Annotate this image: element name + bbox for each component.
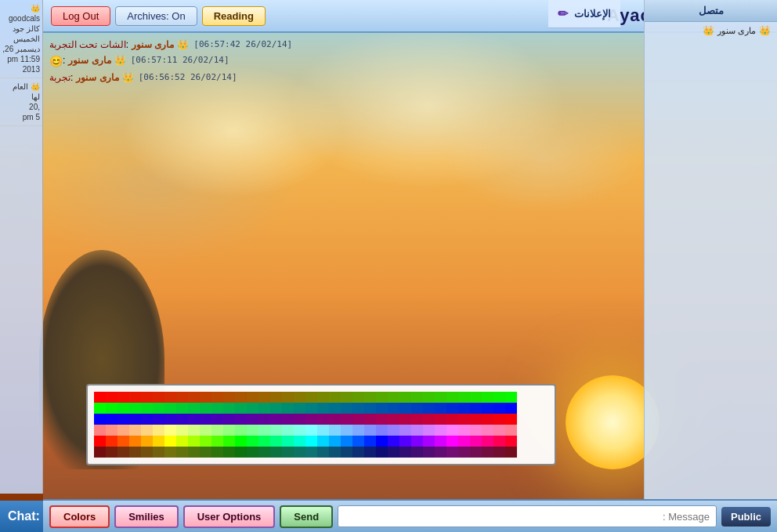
color-cell[interactable] — [94, 447, 106, 458]
color-cell[interactable] — [341, 392, 352, 403]
color-cell[interactable] — [352, 425, 364, 436]
color-cell[interactable] — [329, 403, 341, 414]
color-cell[interactable] — [294, 436, 305, 447]
color-cell[interactable] — [482, 392, 493, 403]
color-cell[interactable] — [376, 392, 388, 403]
color-cell[interactable] — [493, 425, 505, 436]
color-cell[interactable] — [364, 392, 376, 403]
color-cell[interactable] — [364, 436, 376, 447]
color-cell[interactable] — [106, 425, 117, 436]
color-cell[interactable] — [188, 425, 200, 436]
color-cell[interactable] — [188, 392, 200, 403]
reading-button[interactable]: Reading — [202, 6, 266, 26]
color-cell[interactable] — [211, 425, 223, 436]
color-cell[interactable] — [247, 414, 258, 425]
color-cell[interactable] — [493, 392, 505, 403]
color-cell[interactable] — [341, 436, 352, 447]
color-cell[interactable] — [94, 425, 106, 436]
color-cell[interactable] — [423, 414, 435, 425]
color-cell[interactable] — [141, 403, 153, 414]
color-picker-overlay[interactable] — [86, 384, 556, 465]
color-cell[interactable] — [411, 414, 423, 425]
color-cell[interactable] — [305, 436, 317, 447]
color-cell[interactable] — [117, 414, 129, 425]
color-cell[interactable] — [282, 425, 294, 436]
color-cell[interactable] — [270, 392, 282, 403]
color-cell[interactable] — [141, 447, 153, 458]
color-cell[interactable] — [364, 414, 376, 425]
color-cell[interactable] — [399, 414, 411, 425]
color-cell[interactable] — [329, 425, 341, 436]
color-cell[interactable] — [188, 447, 200, 458]
color-cell[interactable] — [200, 447, 211, 458]
color-cell[interactable] — [505, 447, 517, 458]
color-cell[interactable] — [211, 414, 223, 425]
public-badge[interactable]: Public — [721, 507, 771, 527]
color-cell[interactable] — [317, 425, 329, 436]
color-cell[interactable] — [470, 403, 482, 414]
color-cell[interactable] — [435, 436, 446, 447]
color-cell[interactable] — [341, 414, 352, 425]
color-cell[interactable] — [211, 392, 223, 403]
color-cell[interactable] — [388, 403, 399, 414]
color-cell[interactable] — [294, 447, 305, 458]
color-cell[interactable] — [270, 436, 282, 447]
color-cell[interactable] — [176, 425, 188, 436]
color-cell[interactable] — [247, 403, 258, 414]
color-cell[interactable] — [106, 447, 117, 458]
color-cell[interactable] — [482, 403, 493, 414]
color-cell[interactable] — [200, 392, 211, 403]
color-cell[interactable] — [505, 436, 517, 447]
color-cell[interactable] — [446, 447, 458, 458]
color-cell[interactable] — [153, 414, 164, 425]
color-cell[interactable] — [470, 425, 482, 436]
color-cell[interactable] — [153, 447, 164, 458]
color-cell[interactable] — [94, 414, 106, 425]
color-cell[interactable] — [482, 436, 493, 447]
color-cell[interactable] — [235, 436, 247, 447]
color-cell[interactable] — [399, 425, 411, 436]
color-cell[interactable] — [493, 436, 505, 447]
color-cell[interactable] — [341, 447, 352, 458]
color-cell[interactable] — [435, 403, 446, 414]
color-cell[interactable] — [200, 414, 211, 425]
color-cell[interactable] — [493, 414, 505, 425]
color-cell[interactable] — [399, 392, 411, 403]
color-cell[interactable] — [446, 414, 458, 425]
color-cell[interactable] — [364, 425, 376, 436]
color-cell[interactable] — [341, 403, 352, 414]
color-cell[interactable] — [423, 403, 435, 414]
color-cell[interactable] — [270, 447, 282, 458]
color-cell[interactable] — [282, 436, 294, 447]
color-cell[interactable] — [470, 392, 482, 403]
color-cell[interactable] — [141, 392, 153, 403]
color-cell[interactable] — [129, 425, 141, 436]
color-cell[interactable] — [305, 392, 317, 403]
color-cell[interactable] — [399, 403, 411, 414]
colors-button[interactable]: Colors — [49, 505, 110, 528]
color-cell[interactable] — [129, 436, 141, 447]
color-cell[interactable] — [305, 403, 317, 414]
color-cell[interactable] — [435, 414, 446, 425]
color-cell[interactable] — [153, 425, 164, 436]
color-cell[interactable] — [388, 392, 399, 403]
color-cell[interactable] — [423, 425, 435, 436]
color-cell[interactable] — [446, 392, 458, 403]
color-cell[interactable] — [258, 425, 270, 436]
color-cell[interactable] — [129, 414, 141, 425]
color-cell[interactable] — [399, 447, 411, 458]
color-cell[interactable] — [106, 414, 117, 425]
color-cell[interactable] — [176, 392, 188, 403]
color-cell[interactable] — [106, 403, 117, 414]
color-cell[interactable] — [117, 403, 129, 414]
message-input[interactable] — [338, 505, 717, 527]
color-cell[interactable] — [235, 425, 247, 436]
color-cell[interactable] — [352, 414, 364, 425]
color-cell[interactable] — [423, 447, 435, 458]
color-cell[interactable] — [223, 403, 235, 414]
color-cell[interactable] — [458, 436, 470, 447]
color-cell[interactable] — [94, 436, 106, 447]
color-cell[interactable] — [423, 436, 435, 447]
color-cell[interactable] — [470, 414, 482, 425]
color-cell[interactable] — [270, 403, 282, 414]
